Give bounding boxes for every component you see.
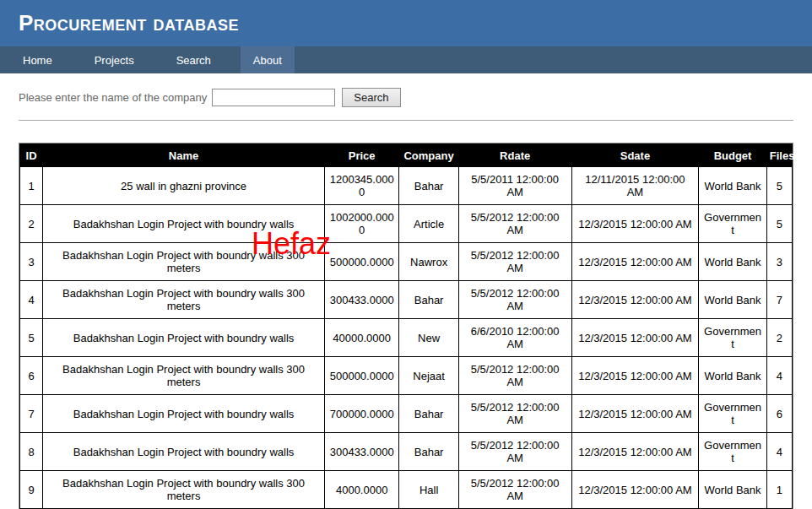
nav-bar: Home Projects Search About: [0, 46, 812, 73]
table-row: 7Badakhshan Login Project with boundry w…: [20, 395, 793, 433]
table-cell: Government: [699, 205, 766, 243]
table-cell: 3: [20, 243, 43, 281]
column-header-budget: Budget: [699, 144, 766, 167]
page-title: Procurement database: [19, 10, 239, 36]
table-cell: 12/3/2015 12:00:00 AM: [571, 319, 699, 357]
table-row: 8Badakhshan Login Project with boundry w…: [20, 433, 793, 471]
table-cell: 1200345.0000: [324, 167, 398, 205]
table-cell: 2: [20, 205, 43, 243]
table-cell: 4: [20, 281, 43, 319]
table-cell: Government: [699, 319, 766, 357]
nav-item-about[interactable]: About: [241, 46, 295, 73]
table-cell: 8: [20, 433, 43, 471]
table-cell: 1: [20, 167, 43, 205]
nav-item-projects[interactable]: Projects: [82, 46, 147, 73]
table-cell: 5/5/2012 12:00:00 AM: [458, 243, 571, 281]
column-header-files: Files: [766, 144, 792, 167]
table-cell: Badakhshan Login Project with boundry wa…: [43, 319, 325, 357]
table-cell: Badakhshan Login Project with boundry wa…: [43, 243, 325, 281]
table-cell: 40000.0000: [324, 319, 398, 357]
table-cell: 5: [766, 167, 792, 205]
table-cell: 12/11/2015 12:00:00 AM: [571, 167, 699, 205]
table-row: 5Badakhshan Login Project with boundry w…: [20, 319, 793, 357]
table-cell: New: [399, 319, 458, 357]
table-cell: 700000.0000: [324, 395, 398, 433]
table-cell: World Bank: [699, 243, 766, 281]
table-cell: World Bank: [699, 167, 766, 205]
table-body: 125 wall in ghazni province1200345.0000B…: [20, 167, 793, 509]
table-cell: 300433.0000: [324, 433, 398, 471]
table-cell: World Bank: [699, 357, 766, 395]
table-cell: 4000.0000: [324, 471, 398, 509]
table-cell: Badakhshan Login Project with boundry wa…: [43, 433, 325, 471]
table-cell: 12/3/2015 12:00:00 AM: [571, 471, 699, 509]
procurement-table-wrap: IDNamePriceCompanyRdateSdateBudgetFiles …: [19, 143, 793, 509]
search-button[interactable]: Search: [342, 88, 400, 107]
table-cell: 5/5/2011 12:00:00 AM: [458, 167, 571, 205]
nav-item-search[interactable]: Search: [164, 46, 224, 73]
table-cell: Bahar: [399, 395, 458, 433]
column-header-name: Name: [43, 144, 325, 167]
table-cell: 300433.0000: [324, 281, 398, 319]
table-cell: 6: [766, 395, 792, 433]
table-cell: 5/5/2012 12:00:00 AM: [458, 205, 571, 243]
table-row: 6Badakhshan Login Project with boundry w…: [20, 357, 793, 395]
table-cell: 2: [766, 319, 792, 357]
column-header-price: Price: [324, 144, 398, 167]
table-cell: 12/3/2015 12:00:00 AM: [571, 395, 699, 433]
table-cell: 12/3/2015 12:00:00 AM: [571, 281, 699, 319]
table-cell: 5/5/2012 12:00:00 AM: [458, 471, 571, 509]
table-cell: Badakhshan Login Project with boundry wa…: [43, 205, 325, 243]
table-cell: Hall: [399, 471, 458, 509]
table-cell: 12/3/2015 12:00:00 AM: [571, 433, 699, 471]
table-cell: Bahar: [399, 281, 458, 319]
table-cell: Badakhshan Login Project with boundry wa…: [43, 395, 325, 433]
table-row: 2Badakhshan Login Project with boundry w…: [20, 205, 793, 243]
table-cell: 12/3/2015 12:00:00 AM: [571, 205, 699, 243]
nav-item-home[interactable]: Home: [10, 46, 65, 73]
table-cell: World Bank: [699, 281, 766, 319]
table-cell: 5: [20, 319, 43, 357]
table-cell: 7: [20, 395, 43, 433]
table-cell: World Bank: [699, 471, 766, 509]
table-cell: 3: [766, 243, 792, 281]
table-row: 3Badakhshan Login Project with boundry w…: [20, 243, 793, 281]
column-header-sdate: Sdate: [571, 144, 699, 167]
table-cell: 4: [766, 357, 792, 395]
table-cell: 5/5/2012 12:00:00 AM: [458, 357, 571, 395]
table-cell: 5/5/2012 12:00:00 AM: [458, 433, 571, 471]
table-cell: Bahar: [399, 433, 458, 471]
search-row: Please enter the name of the company Sea…: [19, 88, 812, 107]
table-cell: Nawrox: [399, 243, 458, 281]
table-cell: Badakhshan Login Project with boundry wa…: [43, 357, 325, 395]
procurement-table: IDNamePriceCompanyRdateSdateBudgetFiles …: [19, 143, 793, 509]
column-header-id: ID: [20, 144, 43, 167]
table-cell: 500000.0000: [324, 243, 398, 281]
table-cell: 12/3/2015 12:00:00 AM: [571, 243, 699, 281]
table-cell: 5/5/2012 12:00:00 AM: [458, 281, 571, 319]
table-cell: 9: [20, 471, 43, 509]
table-cell: 5/5/2012 12:00:00 AM: [458, 395, 571, 433]
table-cell: 1: [766, 471, 792, 509]
table-row: 125 wall in ghazni province1200345.0000B…: [20, 167, 793, 205]
search-label: Please enter the name of the company: [19, 91, 207, 104]
table-cell: Badakhshan Login Project with boundry wa…: [43, 471, 325, 509]
site-header: Procurement database: [0, 0, 812, 46]
table-cell: 1002000.0000: [324, 205, 398, 243]
table-row: 4Badakhshan Login Project with boundry w…: [20, 281, 793, 319]
table-cell: 6: [20, 357, 43, 395]
divider: [19, 120, 793, 121]
table-cell: 500000.0000: [324, 357, 398, 395]
table-cell: 7: [766, 281, 792, 319]
table-cell: Article: [399, 205, 458, 243]
table-cell: Bahar: [399, 167, 458, 205]
table-cell: Nejaat: [399, 357, 458, 395]
column-header-rdate: Rdate: [458, 144, 571, 167]
table-cell: Badakhshan Login Project with boundry wa…: [43, 281, 325, 319]
column-header-company: Company: [399, 144, 458, 167]
table-cell: 6/6/2010 12:00:00 AM: [458, 319, 571, 357]
table-row: 9Badakhshan Login Project with boundry w…: [20, 471, 793, 509]
table-cell: 12/3/2015 12:00:00 AM: [571, 357, 699, 395]
company-search-input[interactable]: [212, 89, 335, 106]
table-cell: Government: [699, 433, 766, 471]
